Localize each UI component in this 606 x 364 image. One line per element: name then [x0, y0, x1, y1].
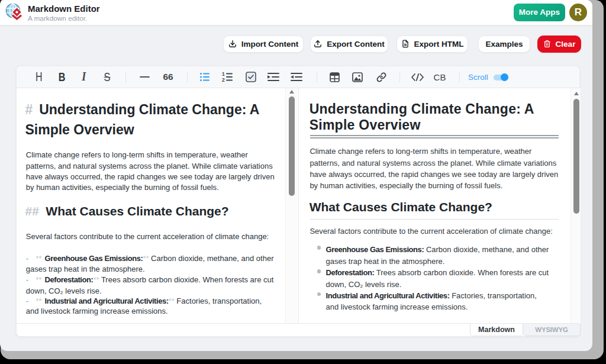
svg-text:2: 2: [222, 77, 225, 82]
svg-text:1: 1: [222, 72, 225, 77]
